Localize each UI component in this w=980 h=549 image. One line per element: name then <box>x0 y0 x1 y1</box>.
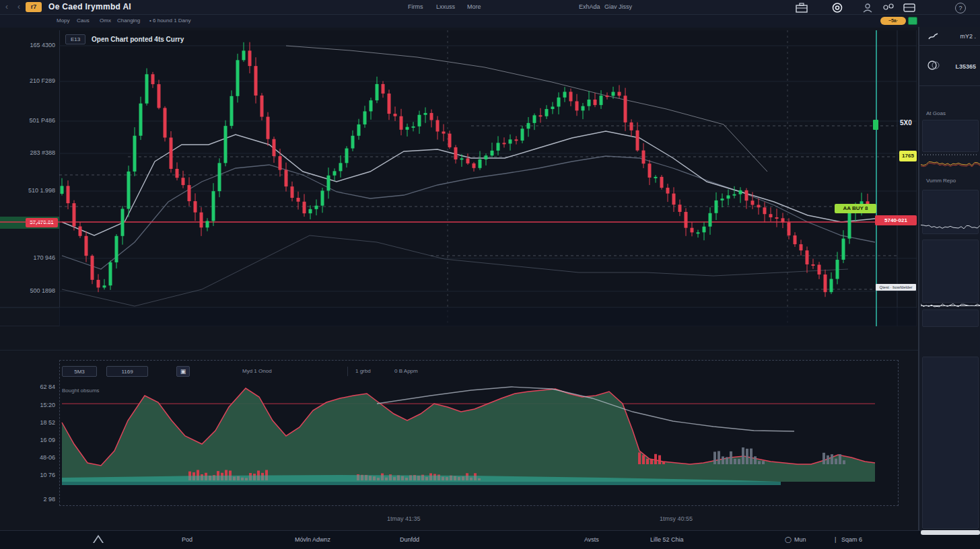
clock-icon: ◯ <box>785 536 792 543</box>
annotation-tag[interactable]: Qtest · bowfdelder <box>876 284 916 291</box>
status-divider: | <box>835 536 836 543</box>
right-sidebar: mY2 . L35365 At Goas Vumm Repo <box>918 27 980 530</box>
flat-sparkline <box>922 152 979 157</box>
triangle-icon[interactable] <box>93 535 104 543</box>
app-logo[interactable]: r7 <box>26 2 42 12</box>
target-icon[interactable] <box>831 3 843 13</box>
help-icon[interactable]: ? <box>955 3 966 13</box>
indicator-axis-label: 2 98 <box>3 496 55 503</box>
status-item-avsts[interactable]: Avsts <box>584 536 599 543</box>
candles <box>61 42 870 297</box>
status-item-sqam[interactable]: Sqam 6 <box>841 536 862 543</box>
sidebar-row-symbol[interactable]: L35365 <box>919 46 980 86</box>
back-icon[interactable]: ‹ <box>5 2 8 11</box>
period-button[interactable]: 1169 <box>106 366 148 377</box>
time-axis-label: 1tmsy 40:55 <box>660 515 693 522</box>
indicator-axis-label: 48-06 <box>3 454 55 461</box>
chart-title: Open Chart ponted 4ts Curry <box>92 36 184 43</box>
sale-button[interactable]: ~5a· <box>880 17 906 25</box>
forward-icon[interactable]: ‹ <box>18 2 20 11</box>
interval-button[interactable]: 5M3 <box>62 366 97 377</box>
multicolor-sparkline <box>921 159 980 168</box>
trading-app: ‹ ‹ r7 Oe Caed Irymmbd AI Firms Lxxuss M… <box>0 0 980 549</box>
status-item-lille[interactable]: Lille 52 Chia <box>650 536 684 543</box>
wallet-icon[interactable] <box>903 3 915 13</box>
indicator-stat: 1 grbd <box>355 368 371 374</box>
stat-divider <box>347 367 348 376</box>
sidebar-panel[interactable] <box>922 309 979 327</box>
white-sparkline <box>921 301 980 309</box>
sidebar-section-label: Vumm Repo <box>926 178 956 184</box>
top-header-bar: ‹ ‹ r7 Oe Caed Irymmbd AI Firms Lxxuss M… <box>0 0 980 15</box>
accounts-icon[interactable] <box>883 3 895 13</box>
status-bar: Pod Móvln Adwnz Dunfdd Avsts Lille 52 Ch… <box>0 530 980 549</box>
panel-divider <box>0 350 980 351</box>
nav-item-more[interactable]: More <box>467 3 481 10</box>
status-item-dunfdd[interactable]: Dunfdd <box>400 536 419 543</box>
sidebar-panel[interactable] <box>922 240 979 303</box>
coin-icon <box>928 61 940 73</box>
app-title: Oe Caed Irymmbd AI <box>48 2 131 11</box>
briefcase-icon[interactable] <box>796 3 808 13</box>
indicator-axis-label: 62 84 <box>3 383 55 390</box>
status-item-movln[interactable]: Móvln Adwnz <box>295 536 330 543</box>
chart-tool-button[interactable]: E13 <box>65 34 85 44</box>
indicator-axis-label: 10 76 <box>3 472 55 478</box>
subnav-item-status: • 6 hound 1 Dany <box>149 17 191 24</box>
nav-item-giav[interactable]: Giav Jissy <box>604 3 632 10</box>
sidebar-panel[interactable] <box>922 357 979 529</box>
panel-settings-icon[interactable]: ▣ <box>176 366 190 377</box>
nav-item-firms[interactable]: Firms <box>408 3 423 10</box>
subnav-item-caus[interactable]: Caus <box>77 17 90 24</box>
symbol-value: L35365 <box>955 63 976 70</box>
indicator-axis-label: 18 52 <box>3 419 55 426</box>
status-item-mun[interactable]: Mun <box>794 536 806 543</box>
time-axis-label: 1tmay 41:35 <box>387 515 421 522</box>
indicator-stat: 0 B Appm <box>394 368 418 374</box>
indicator-axis-label: 15:20 <box>3 402 55 408</box>
subnav-item-changing[interactable]: Changing <box>117 17 140 24</box>
subnav-item-omx[interactable]: Omx <box>100 17 111 24</box>
user-icon[interactable] <box>862 3 874 13</box>
sidebar-panel[interactable] <box>922 120 979 152</box>
right-axis-label: 5X0 <box>900 119 912 126</box>
nav-item-exhada[interactable]: ExhAda <box>579 3 600 10</box>
indicator-label: Bought obsums <box>62 388 100 394</box>
signal-marker <box>873 120 878 130</box>
white-sparkline <box>921 222 980 231</box>
alert-price-tag[interactable]: 1765 <box>899 151 917 161</box>
indicator-plot[interactable] <box>59 360 899 506</box>
draw-icon <box>928 32 940 44</box>
sidebar-section-label: At Goas <box>926 110 946 116</box>
horizontal-scrollbar[interactable] <box>921 530 980 535</box>
candlestick-plot[interactable] <box>0 30 917 326</box>
nav-item-lxxuss[interactable]: Lxxuss <box>436 3 455 10</box>
sidebar-row-tools[interactable]: mY2 . <box>919 27 980 46</box>
indicator-stat: Myd 1 Onod <box>242 368 272 374</box>
sidebar-row-label: mY2 . <box>960 33 976 40</box>
confirm-button[interactable] <box>908 17 917 25</box>
indicator-axis-label: 16 09 <box>3 437 55 443</box>
sub-nav-bar: Mopy Caus Omx Changing • 6 hound 1 Dany <box>0 15 980 28</box>
buy-signal-tag[interactable]: AA BUY 8 <box>835 204 876 213</box>
status-item-pod[interactable]: Pod <box>182 536 193 543</box>
last-price-tag: 5740·021 <box>875 215 917 225</box>
subnav-item-mopy[interactable]: Mopy <box>57 17 70 24</box>
